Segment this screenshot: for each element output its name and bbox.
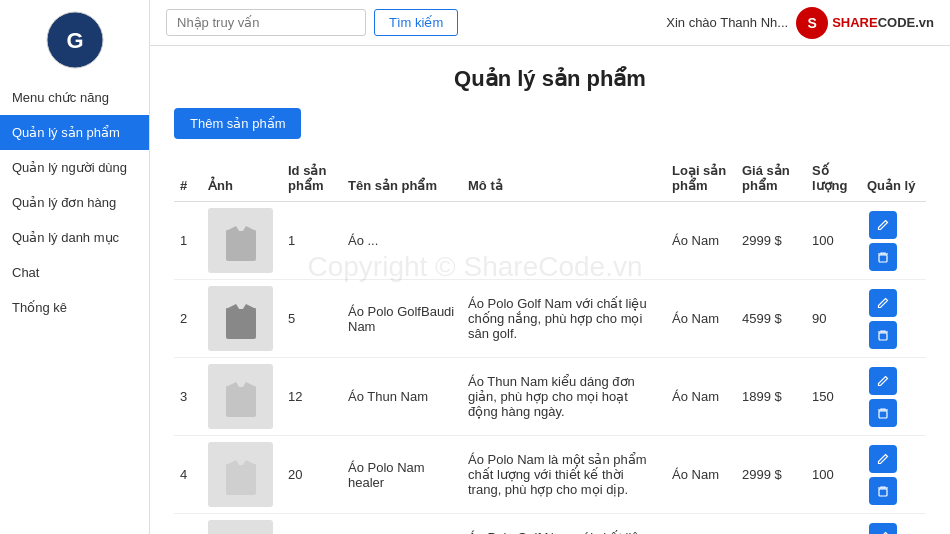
product-image <box>208 208 273 273</box>
user-greeting: Xin chào Thanh Nh... <box>666 15 788 30</box>
cell-actions <box>861 202 926 280</box>
cell-name: Áo Thun Nam <box>342 358 462 436</box>
search-button[interactable]: Tìm kiếm <box>374 9 458 36</box>
edit-button[interactable] <box>869 289 897 317</box>
cell-num: 2 <box>174 280 202 358</box>
cell-qty: 100 <box>806 202 861 280</box>
sidebar-item-thong-ke[interactable]: Thống kê <box>0 290 149 325</box>
sharecode-logo-icon: S <box>796 7 828 39</box>
sidebar-item-menu-chuc-nang[interactable]: Menu chức năng <box>0 80 149 115</box>
cell-desc: Áo Polo Nam là một sản phẩm chất lượng v… <box>462 436 666 514</box>
svg-rect-6 <box>879 255 887 262</box>
cell-desc: Áo Polo Golf Nam với chất liệu chống nắn… <box>462 280 666 358</box>
col-header-img: Ảnh <box>202 155 282 202</box>
col-header-id: Id sản phẩm <box>282 155 342 202</box>
cell-img <box>202 202 282 280</box>
table-row: 1 1 Áo ... Áo Nam 2999 $ 100 <box>174 202 926 280</box>
edit-button[interactable] <box>869 445 897 473</box>
header-user-area: Xin chào Thanh Nh... S SHARECODE.vn <box>666 7 934 39</box>
cell-type: Áo Nam <box>666 436 736 514</box>
cell-price: 3899 $ <box>736 514 806 535</box>
svg-rect-20 <box>251 464 256 472</box>
col-header-type: Loại sản phẩm <box>666 155 736 202</box>
sharecode-brand: SHARECODE.vn <box>832 15 934 30</box>
cell-desc: Áo Polo Golf Nam với chất liệu thoáng kh… <box>462 514 666 535</box>
header: Tìm kiếm Xin chào Thanh Nh... S SHARECOD… <box>150 0 950 46</box>
cell-name: Áo Polo GolfBaudi Nam <box>342 280 462 358</box>
cell-num: 3 <box>174 358 202 436</box>
cell-qty: 100 <box>806 514 861 535</box>
svg-rect-21 <box>879 489 887 496</box>
svg-rect-9 <box>226 308 231 316</box>
product-image <box>208 286 273 351</box>
main-content: Tìm kiếm Xin chào Thanh Nh... S SHARECOD… <box>150 0 950 534</box>
delete-button[interactable] <box>869 321 897 349</box>
cell-name: Áo ... <box>342 202 462 280</box>
cell-type: Áo Nam <box>666 358 736 436</box>
table-row: 3 12 Áo Thun Nam Áo Thun Nam kiểu dáng đ… <box>174 358 926 436</box>
cell-name: Áo Polo Golf Nam <box>342 514 462 535</box>
product-image <box>208 442 273 507</box>
cell-img <box>202 436 282 514</box>
col-header-qty: Số lượng <box>806 155 861 202</box>
table-row: 2 5 Áo Polo GolfBaudi Nam Áo Polo Golf N… <box>174 280 926 358</box>
table-header-row: # Ảnh Id sản phẩm Tên sản phẩm Mô tả Loạ… <box>174 155 926 202</box>
cell-img <box>202 514 282 535</box>
cell-actions <box>861 436 926 514</box>
cell-price: 1899 $ <box>736 358 806 436</box>
add-product-button[interactable]: Thêm sản phẩm <box>174 108 301 139</box>
cell-type: Áo Nam <box>666 514 736 535</box>
sidebar: G Menu chức năng Quản lý sản phẩm Quản l… <box>0 0 150 534</box>
cell-num: 5 <box>174 514 202 535</box>
sidebar-item-quan-ly-san-pham[interactable]: Quản lý sản phẩm <box>0 115 149 150</box>
edit-button[interactable] <box>869 523 897 535</box>
cell-price: 2999 $ <box>736 436 806 514</box>
product-table: # Ảnh Id sản phẩm Tên sản phẩm Mô tả Loạ… <box>174 155 926 534</box>
svg-rect-4 <box>226 230 231 238</box>
svg-rect-16 <box>879 411 887 418</box>
svg-rect-5 <box>251 230 256 238</box>
svg-rect-15 <box>251 386 256 394</box>
page-title: Quản lý sản phẩm <box>174 66 926 92</box>
cell-desc <box>462 202 666 280</box>
sidebar-item-quan-ly-danh-muc[interactable]: Quản lý danh mục <box>0 220 149 255</box>
table-row: 4 20 Áo Polo Nam healer Áo Polo Nam là m… <box>174 436 926 514</box>
col-header-action: Quản lý <box>861 155 926 202</box>
sidebar-item-quan-ly-nguoi-dung[interactable]: Quản lý người dùng <box>0 150 149 185</box>
cell-type: Áo Nam <box>666 202 736 280</box>
search-input[interactable] <box>166 9 366 36</box>
cell-name: Áo Polo Nam healer <box>342 436 462 514</box>
svg-rect-10 <box>251 308 256 316</box>
col-header-name: Tên sản phẩm <box>342 155 462 202</box>
cell-actions <box>861 514 926 535</box>
cell-price: 2999 $ <box>736 202 806 280</box>
table-row: 5 27 Áo Polo Golf Nam Áo Polo Golf Nam v… <box>174 514 926 535</box>
header-search-area: Tìm kiếm <box>166 9 458 36</box>
sidebar-navigation: Menu chức năng Quản lý sản phẩm Quản lý … <box>0 80 149 325</box>
col-header-price: Giá sản phẩm <box>736 155 806 202</box>
cell-desc: Áo Thun Nam kiểu dáng đơn giản, phù hợp … <box>462 358 666 436</box>
product-image <box>208 520 273 534</box>
cell-num: 1 <box>174 202 202 280</box>
cell-qty: 90 <box>806 280 861 358</box>
cell-id: 5 <box>282 280 342 358</box>
svg-rect-19 <box>226 464 231 472</box>
cell-type: Áo Nam <box>666 280 736 358</box>
delete-button[interactable] <box>869 243 897 271</box>
edit-button[interactable] <box>869 367 897 395</box>
sharecode-logo: S SHARECODE.vn <box>796 7 934 39</box>
delete-button[interactable] <box>869 399 897 427</box>
cell-qty: 100 <box>806 436 861 514</box>
cell-id: 1 <box>282 202 342 280</box>
sidebar-item-chat[interactable]: Chat <box>0 255 149 290</box>
col-header-num: # <box>174 155 202 202</box>
delete-button[interactable] <box>869 477 897 505</box>
svg-text:G: G <box>66 28 83 53</box>
cell-img <box>202 280 282 358</box>
edit-button[interactable] <box>869 211 897 239</box>
cell-id: 20 <box>282 436 342 514</box>
cell-actions <box>861 280 926 358</box>
sidebar-item-quan-ly-don-hang[interactable]: Quản lý đơn hàng <box>0 185 149 220</box>
cell-id: 27 <box>282 514 342 535</box>
content-area: Quản lý sản phẩm Thêm sản phẩm # Ảnh Id … <box>150 46 950 534</box>
